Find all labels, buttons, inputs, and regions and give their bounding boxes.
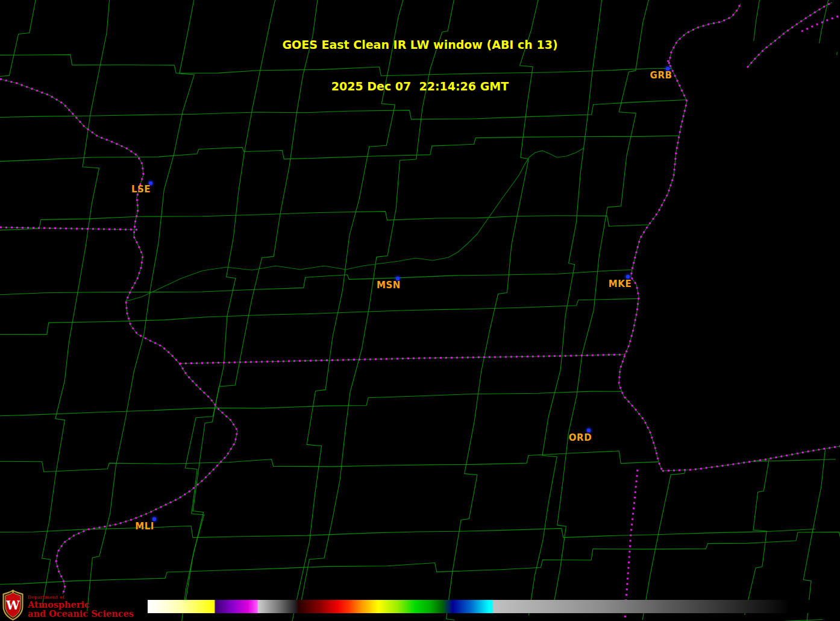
logo-line-1: Atmospheric bbox=[28, 600, 134, 609]
station-label-ord: ORD bbox=[569, 432, 592, 443]
logo-text: Department of Atmospheric and Oceanic Sc… bbox=[28, 594, 134, 618]
image-title: GOES East Clean IR LW window (ABI ch 13)… bbox=[0, 10, 840, 107]
satellite-viewer-screen: { "window": { "title_line1": "GOES East … bbox=[0, 0, 840, 621]
logo-line-2: and Oceanic Sciences bbox=[28, 609, 134, 618]
station-label-mli: MLI bbox=[135, 521, 154, 532]
title-line-2: 2025 Dec 07 22:14:26 GMT bbox=[0, 80, 840, 93]
crest-monogram: W bbox=[5, 598, 20, 613]
station-label-msn: MSN bbox=[377, 280, 401, 291]
uw-aos-logo: W Department of Atmospheric and Oceanic … bbox=[2, 590, 134, 620]
station-label-mke: MKE bbox=[609, 279, 632, 289]
uw-crest-icon: W bbox=[2, 590, 24, 620]
station-label-lse: LSE bbox=[131, 184, 151, 195]
ir-temperature-colorbar bbox=[148, 600, 840, 613]
title-line-1: GOES East Clean IR LW window (ABI ch 13) bbox=[0, 38, 840, 52]
logo-department-label: Department of bbox=[28, 594, 134, 600]
